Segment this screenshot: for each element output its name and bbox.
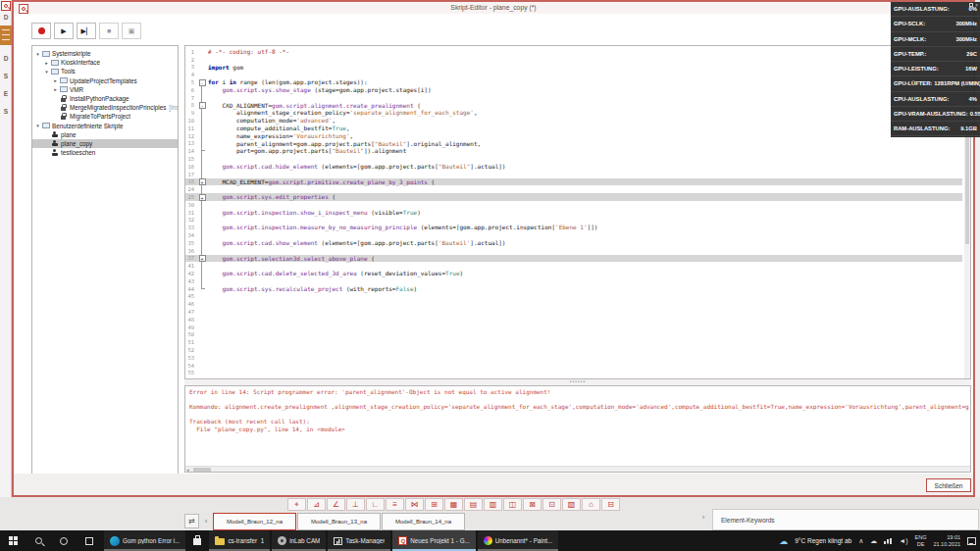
weather-text[interactable]: 9°C Regen klingt ab xyxy=(795,537,851,544)
tab-modell-braun-14-na[interactable]: Modell_Braun_14_na xyxy=(382,513,465,530)
fold-expand-icon[interactable]: + xyxy=(199,255,206,262)
cad-tool-icon-11[interactable]: ▥ xyxy=(484,498,502,511)
chevron-right-icon[interactable]: ▸ xyxy=(52,77,59,83)
gpu-stat-label: GPU-MCLK: xyxy=(894,36,926,42)
taskbar-app-paint[interactable]: Unbenannt* - Paint... xyxy=(478,530,558,551)
tree-item-vmr[interactable]: ▸VMR xyxy=(32,85,178,94)
cad-tool-icon-15[interactable]: ▧ xyxy=(562,498,581,511)
chevron-down-icon[interactable]: ▾ xyxy=(34,123,41,128)
taskbar-app-gom[interactable]: QNeues Projekt 1 - G... xyxy=(392,530,476,551)
cad-tool-icon-16[interactable]: ⌂ xyxy=(582,498,600,511)
tree-item-label: KioskInterface xyxy=(61,59,100,66)
cad-tool-icon-12[interactable]: ◫ xyxy=(503,498,522,511)
tree-item-testloeschen[interactable]: testloeschen xyxy=(32,148,178,157)
taskbar-app-inlab[interactable]: inLab CAM xyxy=(272,530,326,551)
scroll-left-icon[interactable]: ◂ xyxy=(186,467,189,473)
search-icon xyxy=(35,537,42,544)
gpu-stat-value: 4% xyxy=(969,96,977,102)
cortana-button[interactable] xyxy=(51,530,77,551)
cad-tool-icon-6[interactable]: ≡ xyxy=(386,498,404,511)
taskbar-app-edge[interactable]: Gom python Error i... xyxy=(104,530,185,551)
edge-icon xyxy=(110,536,120,546)
code-text: compute_additional_bestfit=True, xyxy=(208,125,350,132)
code-line-15: 15 xyxy=(185,155,962,163)
cad-tool-icon-8[interactable]: ⊞ xyxy=(425,498,443,511)
cad-tool-icon-7[interactable]: ⋈ xyxy=(405,498,424,511)
volume-icon[interactable]: ◄) xyxy=(899,537,907,544)
chevron-right-icon[interactable]: ▸ xyxy=(52,86,59,92)
cad-tool-icon-10[interactable]: ▤ xyxy=(464,498,483,511)
close-icon[interactable]: × xyxy=(975,3,978,8)
language-indicator[interactable]: ENGDE xyxy=(915,534,927,547)
fold-expand-icon[interactable]: + xyxy=(199,178,206,185)
code-line-25: 25+ gom.script.sys.edit_properties ( xyxy=(185,193,962,201)
chevron-right-icon[interactable]: ▸ xyxy=(43,60,50,66)
cloud-icon[interactable]: ☁ xyxy=(870,537,877,545)
play-button[interactable]: ▶ xyxy=(54,23,74,39)
tree-item-systemskripte[interactable]: ▾Systemskripte xyxy=(32,49,178,58)
search-icon[interactable] xyxy=(19,4,28,14)
window-button[interactable]: ▣ xyxy=(122,23,141,39)
folder-icon xyxy=(41,51,50,57)
cad-tool-icon-13[interactable]: ⊠ xyxy=(523,498,542,511)
task-view-button[interactable] xyxy=(77,530,102,551)
taskbar-app-taskmgr[interactable]: Task-Manager xyxy=(328,530,390,551)
close-button[interactable]: Schließen xyxy=(926,478,971,492)
tree-item-benutzerdefinierte-skripte[interactable]: ▾Benutzerdefinierte Skripte xyxy=(32,122,178,130)
stop-button[interactable]: ■ xyxy=(99,23,119,39)
chevron-down-icon[interactable]: ▾ xyxy=(34,51,41,57)
refresh-icon[interactable]: ⇄ xyxy=(184,514,199,528)
tree-item-plane[interactable]: plane xyxy=(32,130,178,139)
cad-tool-icon-4[interactable]: ⊥ xyxy=(346,498,365,511)
tree-item-tools[interactable]: ▾Tools xyxy=(32,67,178,75)
minimize-icon[interactable] xyxy=(969,3,973,7)
chevron-down-icon[interactable]: ▾ xyxy=(43,69,50,75)
play-step-button[interactable]: ▶▏ xyxy=(77,23,96,39)
tree-item-mergemigratedinspectionprinciples[interactable]: MergeMigratedInspectionPrinciples[Ins… xyxy=(32,103,178,112)
code-editor[interactable]: 1# -*- coding: utf-8 -*-23import gom45-f… xyxy=(184,45,971,379)
code-text: name_expression='Vorausrichtung', xyxy=(208,132,353,140)
notification-center-icon[interactable] xyxy=(967,537,976,545)
cad-tool-icon-2[interactable]: ⊿ xyxy=(307,498,326,511)
taskbar-app-store[interactable] xyxy=(187,530,207,551)
record-button[interactable] xyxy=(31,23,51,39)
error-console[interactable]: Error in line 14: Script programmer erro… xyxy=(184,385,971,473)
chevron-up-icon[interactable]: ∧ xyxy=(858,537,863,545)
tree-item-installpythonpackage[interactable]: InstallPythonPackage xyxy=(32,94,178,103)
line-number: 2 xyxy=(185,57,196,63)
weather-cloud-icon[interactable]: ☁ xyxy=(779,536,788,546)
line-number: 1 xyxy=(185,49,196,55)
hamburger-menu-icon[interactable] xyxy=(0,25,12,45)
search-icon[interactable] xyxy=(1,1,11,11)
cad-tool-icon-9[interactable]: ▦ xyxy=(444,498,463,511)
horizontal-scrollbar[interactable]: ◂ xyxy=(185,466,970,472)
tab-modell-braun-13-na[interactable]: Modell_Braun_13_na xyxy=(297,513,381,530)
cad-tool-icon-1[interactable]: ⌖ xyxy=(287,498,306,511)
network-icon[interactable] xyxy=(884,538,892,544)
taskbar-app-folder[interactable]: cs-transfer_1 xyxy=(209,530,270,551)
scrollbar-thumb[interactable] xyxy=(193,468,211,472)
fold-expand-icon[interactable]: + xyxy=(199,194,206,201)
cad-tool-icon-17[interactable]: ⊟ xyxy=(601,498,620,511)
cad-tool-icon-5[interactable]: ∟ xyxy=(366,498,385,511)
rail-letter: S xyxy=(0,108,12,115)
cad-tool-icon-3[interactable]: ∠ xyxy=(327,498,345,511)
taskbar-search-button[interactable] xyxy=(26,530,51,551)
tab-scroll-right-icon[interactable]: › xyxy=(696,513,710,522)
fold-collapse-icon[interactable]: - xyxy=(199,79,206,86)
tree-item-label: VMR xyxy=(70,86,83,93)
fold-collapse-icon[interactable]: - xyxy=(199,102,206,109)
tree-item-updateprojecttemplates[interactable]: ▸UpdateProjectTemplates xyxy=(32,76,178,85)
line-number: 18 xyxy=(185,178,196,184)
cad-tool-icon-14[interactable]: ⊡ xyxy=(542,498,561,511)
clock[interactable]: 19:0121.10.2021 xyxy=(933,534,960,547)
tree-item-label: MigrateToPartsProject xyxy=(70,113,130,120)
code-text: computation_mode='advanced', xyxy=(208,117,335,125)
tree-item-migratetopartsproject[interactable]: MigrateToPartsProject xyxy=(32,112,178,121)
tree-item-plane-copy[interactable]: plane_copy xyxy=(32,139,178,148)
tab-modell-braun-12-na[interactable]: Modell_Braun_12_na xyxy=(213,513,296,530)
tree-item-kioskinterface[interactable]: ▸KioskInterface xyxy=(32,58,178,67)
tab-scroll-left-icon[interactable]: ‹ xyxy=(199,517,213,526)
start-button[interactable] xyxy=(0,530,26,551)
line-number: 9 xyxy=(185,110,196,116)
